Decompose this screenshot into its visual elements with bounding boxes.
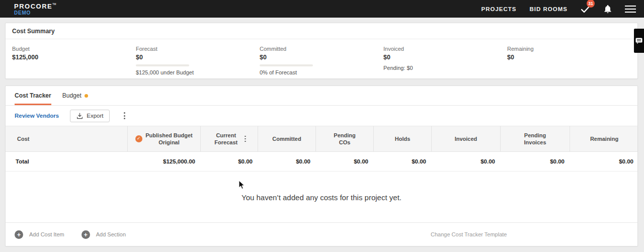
- metric-label: Committed: [260, 46, 383, 52]
- nav-projects[interactable]: PROJECTS: [481, 6, 517, 12]
- column-header-current-forecast[interactable]: Current Forecast: [200, 126, 258, 151]
- tab-cost-tracker[interactable]: Cost Tracker: [15, 92, 51, 105]
- metric-label: Forecast: [136, 46, 260, 52]
- column-header-invoiced[interactable]: Invoiced: [431, 126, 500, 151]
- tracker-toolbar: Review Vendors Export: [6, 106, 637, 126]
- metric-subtext: 0% of Forecast: [260, 69, 383, 75]
- tab-budget[interactable]: Budget: [62, 92, 88, 105]
- plus-icon: +: [15, 230, 23, 239]
- budget-alert-dot: [85, 94, 88, 98]
- metric-value: $0: [136, 54, 260, 61]
- cost-table-header: Cost ✓ Published Budget Original Current…: [6, 126, 637, 152]
- total-committed: $0.00: [258, 152, 315, 171]
- metric-committed: Committed $0 0% of Forecast: [260, 46, 383, 75]
- change-template-link[interactable]: Change Cost Tracker Template: [431, 231, 507, 237]
- total-label: Total: [6, 152, 127, 171]
- demo-label: DEMO: [14, 11, 56, 16]
- column-header-holds[interactable]: Holds: [373, 126, 431, 151]
- cost-summary-title: Cost Summary: [6, 23, 637, 39]
- chat-bubble-icon: [635, 38, 642, 44]
- total-holds: $0.00: [373, 152, 431, 171]
- empty-state: You haven’t added any costs for this pro…: [6, 172, 637, 223]
- metric-value: $0: [383, 54, 507, 61]
- column-header-remaining[interactable]: Remaining: [570, 126, 638, 151]
- metric-label: Remaining: [507, 46, 631, 52]
- procore-logo[interactable]: PROCORETM DEMO: [14, 3, 56, 16]
- metric-invoiced: Invoiced $0 Pending: $0: [383, 46, 507, 75]
- tab-bar: Cost Tracker Budget: [6, 86, 637, 106]
- cost-tracker-card: Cost Tracker Budget Review Vendors Expor…: [5, 86, 638, 246]
- column-header-pending-cos[interactable]: Pending COs: [315, 126, 373, 151]
- bell-icon[interactable]: [604, 5, 612, 14]
- metric-value: $0: [260, 54, 383, 61]
- metric-subtext: $125,000 under Budget: [136, 69, 260, 75]
- column-header-pending-invoices[interactable]: Pending Invoices: [500, 126, 570, 151]
- total-remaining: $0.00: [570, 152, 638, 171]
- metric-value: $0: [507, 54, 631, 61]
- download-icon: [76, 113, 83, 119]
- hamburger-menu-icon[interactable]: [625, 6, 636, 13]
- review-vendors-link[interactable]: Review Vendors: [15, 113, 59, 119]
- metric-budget: Budget $125,000: [12, 46, 136, 75]
- mouse-cursor: [238, 180, 246, 190]
- total-pending-invoices: $0.00: [500, 152, 570, 171]
- total-published-budget: $125,000.00: [127, 152, 200, 171]
- total-row: Total $125,000.00 $0.00 $0.00 $0.00 $0.0…: [6, 152, 637, 172]
- metric-forecast: Forecast $0 $125,000 under Budget: [136, 46, 260, 75]
- procore-logo-text: PROCORETM: [14, 3, 56, 10]
- metric-value: $125,000: [12, 54, 136, 61]
- committed-progress-bar: [260, 64, 313, 66]
- forecast-progress-bar: [136, 64, 189, 66]
- top-navigation-bar: PROCORETM DEMO PROJECTS BID ROOMS 31: [0, 0, 644, 18]
- column-header-cost[interactable]: Cost: [6, 126, 127, 151]
- empty-state-message: You haven’t added any costs for this pro…: [242, 193, 401, 202]
- tasks-check-icon[interactable]: 31: [581, 5, 591, 13]
- column-options-icon[interactable]: [243, 135, 248, 143]
- total-current-forecast: $0.00: [200, 152, 258, 171]
- nav-bid-rooms[interactable]: BID ROOMS: [530, 6, 568, 12]
- tracker-footer: + Add Cost Item + Add Section Change Cos…: [6, 222, 637, 246]
- plus-icon: +: [82, 230, 90, 239]
- column-header-published-budget[interactable]: ✓ Published Budget Original: [127, 126, 200, 151]
- column-header-committed[interactable]: Committed: [258, 126, 315, 151]
- metric-label: Invoiced: [383, 46, 507, 52]
- cost-summary-card: Cost Summary Budget $125,000 Forecast $0…: [5, 23, 638, 79]
- export-button[interactable]: Export: [70, 110, 110, 122]
- metric-label: Budget: [12, 46, 136, 52]
- notification-count-badge: 31: [587, 0, 595, 8]
- published-check-icon: ✓: [135, 135, 142, 142]
- feedback-chat-tab[interactable]: [634, 29, 644, 53]
- metric-remaining: Remaining $0: [507, 46, 631, 75]
- add-section-button[interactable]: + Add Section: [82, 230, 126, 239]
- total-invoiced: $0.00: [431, 152, 500, 171]
- total-pending-cos: $0.00: [315, 152, 373, 171]
- more-options-icon[interactable]: [121, 110, 128, 121]
- add-cost-item-button[interactable]: + Add Cost Item: [15, 230, 64, 239]
- metric-subtext: Pending: $0: [383, 65, 507, 71]
